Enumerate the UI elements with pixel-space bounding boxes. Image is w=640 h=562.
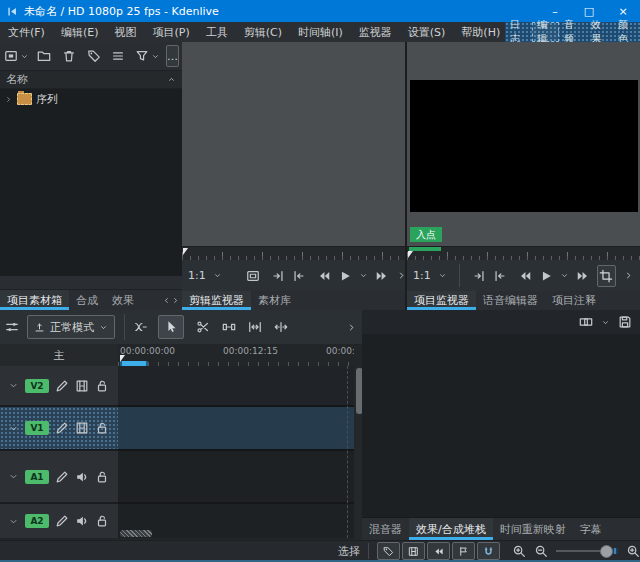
tab-clip-monitor[interactable]: 剪辑监视器 xyxy=(182,291,251,310)
slip-tool-button[interactable] xyxy=(248,320,262,334)
set-in-point-icon[interactable] xyxy=(472,269,486,283)
ripple-tool-button[interactable] xyxy=(274,320,288,334)
spacer-tool-button[interactable] xyxy=(222,320,236,334)
edit-mode-select[interactable]: 正常模式 xyxy=(27,315,115,339)
timeline-ruler[interactable]: 00:00:00:00 00:00:12:15 00:00:25:05 00:0 xyxy=(118,344,354,366)
zoom-in-button[interactable] xyxy=(626,544,640,558)
play-icon[interactable] xyxy=(338,269,352,283)
razor-tool-button[interactable] xyxy=(196,320,210,334)
tag-button[interactable] xyxy=(87,49,101,63)
collapse-track-icon[interactable] xyxy=(8,471,19,482)
dock-tab-log[interactable]: 日志 xyxy=(505,22,532,42)
lock-track-icon[interactable] xyxy=(95,514,109,528)
rewind-icon[interactable] xyxy=(317,269,331,283)
track-header-v2[interactable]: V2 xyxy=(0,366,118,407)
video-track-icon[interactable] xyxy=(75,421,89,435)
menu-help[interactable]: 帮助(H) xyxy=(453,22,508,42)
forward-icon[interactable] xyxy=(375,269,389,283)
chevron-down-icon[interactable] xyxy=(601,318,610,327)
audio-track-icon[interactable] xyxy=(75,470,89,484)
dock-tab-audio[interactable]: 音频 xyxy=(559,22,586,42)
zoom-out-button[interactable] xyxy=(534,544,548,558)
track-badge[interactable]: A1 xyxy=(25,470,49,484)
track-badge[interactable]: V2 xyxy=(25,379,49,393)
timeline-horizontal-scrollbar[interactable] xyxy=(120,530,152,537)
timeline-playhead[interactable] xyxy=(120,355,125,362)
collapse-track-icon[interactable] xyxy=(8,423,19,434)
insert-zone-icon[interactable] xyxy=(246,269,260,283)
tab-time-remap[interactable]: 时间重新映射 xyxy=(493,518,573,540)
video-thumbnails-toggle[interactable] xyxy=(402,542,425,560)
track-lane-a1[interactable] xyxy=(118,451,354,504)
menu-monitor[interactable]: 监视器 xyxy=(351,22,400,42)
project-monitor-ruler[interactable] xyxy=(407,246,640,261)
play-dropdown-icon[interactable] xyxy=(560,271,569,280)
save-effect-stack-icon[interactable] xyxy=(618,315,632,329)
snap-toggle[interactable] xyxy=(477,542,500,560)
toolbar-overflow-icon[interactable] xyxy=(623,270,634,281)
tab-project-monitor[interactable]: 项目监视器 xyxy=(407,291,476,310)
track-lane-v1[interactable] xyxy=(118,407,354,451)
selection-tool-button[interactable] xyxy=(158,315,184,339)
toolbar-overflow-icon[interactable] xyxy=(396,270,407,281)
track-header-a1[interactable]: A1 xyxy=(0,451,118,504)
edit-track-icon[interactable] xyxy=(55,514,69,528)
tab-project-notes[interactable]: 项目注释 xyxy=(545,291,603,310)
lock-track-icon[interactable] xyxy=(95,379,109,393)
play-icon[interactable] xyxy=(539,269,553,283)
slider-handle[interactable] xyxy=(600,545,613,558)
menu-timeline[interactable]: 时间轴(I) xyxy=(290,22,351,42)
zoom-fit-button[interactable] xyxy=(512,544,526,558)
monitor-zoom-level[interactable]: 1:1 xyxy=(413,269,431,282)
view-mode-button[interactable] xyxy=(111,49,125,63)
sequence-folder-item[interactable]: 序列 xyxy=(0,91,182,107)
track-settings-icon[interactable] xyxy=(5,320,19,334)
mix-tool-button[interactable] xyxy=(134,320,148,334)
tab-library[interactable]: 素材库 xyxy=(251,291,298,310)
tab-compositions[interactable]: 合成 xyxy=(69,290,105,310)
set-in-point-icon[interactable] xyxy=(271,269,285,283)
timeline-toolbar-overflow-icon[interactable] xyxy=(346,322,357,333)
tab-scroll-left-icon[interactable] xyxy=(162,290,171,310)
menu-settings[interactable]: 设置(S) xyxy=(400,22,454,42)
clip-monitor-display[interactable] xyxy=(182,42,405,246)
filter-dropdown[interactable] xyxy=(151,52,160,61)
track-header-a2[interactable]: A2 xyxy=(0,504,118,538)
more-options-button[interactable]: … xyxy=(166,45,179,67)
zoom-dropdown-icon[interactable] xyxy=(213,271,222,280)
track-lane-a2[interactable] xyxy=(118,504,354,538)
audio-track-icon[interactable] xyxy=(75,514,89,528)
monitor-zone-bar[interactable] xyxy=(409,247,441,251)
collapse-track-icon[interactable] xyxy=(8,380,19,391)
set-out-point-icon[interactable] xyxy=(292,269,306,283)
tag-toggle[interactable] xyxy=(377,542,400,560)
tab-mixer[interactable]: 混音器 xyxy=(362,518,409,540)
name-column-header[interactable]: 名称 xyxy=(6,72,28,87)
video-track-icon[interactable] xyxy=(75,379,89,393)
menu-clip[interactable]: 剪辑(C) xyxy=(236,22,290,42)
add-clip-button[interactable] xyxy=(4,49,18,63)
rewind-icon[interactable] xyxy=(518,269,532,283)
sort-caret-icon[interactable] xyxy=(167,75,176,84)
dock-tab-color[interactable]: 颜色 xyxy=(613,22,640,42)
lock-track-icon[interactable] xyxy=(95,470,109,484)
edit-track-icon[interactable] xyxy=(55,421,69,435)
clip-monitor-ruler[interactable] xyxy=(182,246,405,261)
zoom-dropdown-icon[interactable] xyxy=(438,271,447,280)
project-monitor-video[interactable] xyxy=(410,80,638,212)
project-monitor-playhead[interactable] xyxy=(408,251,413,258)
forward-icon[interactable] xyxy=(576,269,590,283)
audio-thumbnails-toggle[interactable] xyxy=(427,542,450,560)
menu-edit[interactable]: 编辑(E) xyxy=(53,22,107,42)
track-badge[interactable]: V1 xyxy=(25,421,49,435)
track-header-v1[interactable]: V1 xyxy=(0,407,118,451)
menu-tools[interactable]: 工具 xyxy=(198,22,236,42)
dock-tab-edit[interactable]: 编辑 xyxy=(532,22,559,42)
track-badge[interactable]: A2 xyxy=(25,514,49,528)
compare-effect-icon[interactable] xyxy=(579,315,593,329)
create-folder-button[interactable] xyxy=(37,49,51,63)
timeline-zoom-slider[interactable] xyxy=(556,550,618,552)
set-out-point-icon[interactable] xyxy=(493,269,507,283)
edit-track-icon[interactable] xyxy=(55,379,69,393)
filter-button[interactable] xyxy=(135,49,149,63)
